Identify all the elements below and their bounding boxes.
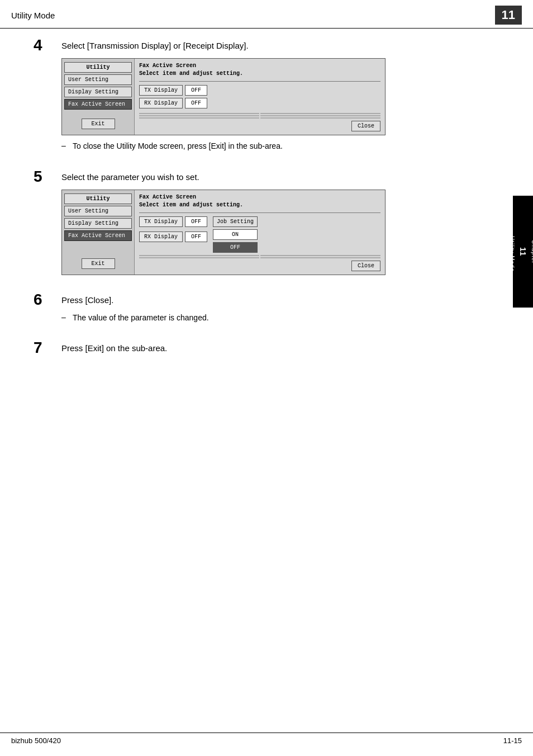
screen1-rx-label[interactable]: RX Display <box>139 98 183 108</box>
screen2-main: Fax Active Screen Select item and adjust… <box>135 190 385 275</box>
chapter-number: 11 <box>518 247 527 256</box>
screen2-header: Fax Active Screen Select item and adjust… <box>139 193 380 209</box>
step-7-text: Press [Exit] on the sub-area. <box>61 342 499 354</box>
screen2-tx-label[interactable]: TX Display <box>139 216 183 227</box>
screen1-tx-value[interactable]: OFF <box>185 85 207 96</box>
screen2-tx-value[interactable]: OFF <box>185 216 207 227</box>
step-5-text: Select the parameter you wish to set. <box>61 171 499 183</box>
screen2-close-btn[interactable]: Close <box>351 261 380 271</box>
screen2-header-line2: Select item and adjust setting. <box>139 201 380 209</box>
screen1: Utility User Setting Display Setting Fax… <box>61 58 386 135</box>
step-6-number: 6 <box>34 292 61 308</box>
chapter-sidebar: Chapter 11 Utility Mode <box>513 196 533 308</box>
main-content: 4 Select [Transmission Display] or [Rece… <box>0 40 533 408</box>
screen2-bottom-row: Close <box>139 261 380 271</box>
step-5: 5 Select the parameter you wish to set. … <box>34 171 499 281</box>
screen2-tx-row: TX Display OFF <box>139 216 207 227</box>
step-5-content: Select the parameter you wish to set. Ut… <box>61 171 499 281</box>
screen1-utility-title: Utility <box>64 62 132 73</box>
screen1-header-line1: Fax Active Screen <box>139 62 380 70</box>
screen1-bottom-row: Close <box>139 121 380 131</box>
chapter-label: Chapter <box>531 240 533 264</box>
step-4-dash: – <box>61 141 73 150</box>
step-4-content: Select [Transmission Display] or [Receip… <box>61 40 499 158</box>
screen2-rx-value[interactable]: OFF <box>185 231 207 242</box>
step-4-note-text: To close the Utility Mode screen, press … <box>73 141 283 152</box>
screen1-exit-btn[interactable]: Exit <box>82 119 115 129</box>
screen2-rx-label[interactable]: RX Display <box>139 231 183 242</box>
screen1-rx-row: RX Display OFF <box>139 98 380 108</box>
screen1-header: Fax Active Screen Select item and adjust… <box>139 62 380 78</box>
screen2-exit-btn[interactable]: Exit <box>82 258 115 269</box>
step-4-number: 4 <box>34 37 61 53</box>
screen2-fax-active[interactable]: Fax Active Screen <box>64 230 132 241</box>
step-7-number: 7 <box>34 340 61 356</box>
footer-left: bizhub 500/420 <box>11 736 61 745</box>
step-6-content: Press [Close]. – The value of the parame… <box>61 294 499 329</box>
screen2-utility-title: Utility <box>64 193 132 204</box>
screen1-tx-label[interactable]: TX Display <box>139 85 183 96</box>
page-header: Utility Mode 11 <box>0 0 533 29</box>
screen2-rx-row: RX Display OFF <box>139 231 207 242</box>
screen2: Utility User Setting Display Setting Fax… <box>61 190 386 275</box>
step-6-note-text: The value of the parameter is changed. <box>73 313 209 324</box>
screen2-user-setting[interactable]: User Setting <box>64 206 132 216</box>
screen2-job-setting-btn[interactable]: Job Setting <box>213 216 258 227</box>
step-6: 6 Press [Close]. – The value of the para… <box>34 294 499 329</box>
screen1-main: Fax Active Screen Select item and adjust… <box>135 59 385 135</box>
mode-label: Utility Mode <box>509 236 515 272</box>
screen2-divider <box>139 212 380 213</box>
screen1-header-line2: Select item and adjust setting. <box>139 70 380 78</box>
screen1-display-setting[interactable]: Display Setting <box>64 87 132 97</box>
screen1-divider <box>139 81 380 82</box>
screen2-header-line1: Fax Active Screen <box>139 193 380 201</box>
step-6-text: Press [Close]. <box>61 294 499 306</box>
step-7-content: Press [Exit] on the sub-area. <box>61 342 499 361</box>
screen1-sidebar: Utility User Setting Display Setting Fax… <box>62 59 135 135</box>
step-6-subnote: – The value of the parameter is changed. <box>61 313 499 324</box>
page-title: Utility Mode <box>11 11 55 20</box>
page-footer: bizhub 500/420 11-15 <box>0 733 533 745</box>
screen1-rx-value[interactable]: OFF <box>185 98 207 108</box>
screen1-tx-row: TX Display OFF <box>139 85 380 96</box>
step-4-subnote: – To close the Utility Mode screen, pres… <box>61 141 499 152</box>
step-5-number: 5 <box>34 169 61 185</box>
screen1-fax-active[interactable]: Fax Active Screen <box>64 99 132 110</box>
step-4-text: Select [Transmission Display] or [Receip… <box>61 40 499 51</box>
screen1-close-btn[interactable]: Close <box>351 121 380 131</box>
page-number: 11 <box>495 6 522 25</box>
screen2-off-btn[interactable]: OFF <box>213 242 258 253</box>
step-4: 4 Select [Transmission Display] or [Rece… <box>34 40 499 158</box>
step-7: 7 Press [Exit] on the sub-area. <box>34 342 499 361</box>
step-6-dash: – <box>61 313 73 322</box>
screen2-display-setting[interactable]: Display Setting <box>64 218 132 229</box>
footer-right: 11-15 <box>503 736 522 745</box>
screen2-sidebar: Utility User Setting Display Setting Fax… <box>62 190 135 275</box>
screen1-user-setting[interactable]: User Setting <box>64 74 132 85</box>
screen2-on-btn[interactable]: ON <box>213 229 258 240</box>
